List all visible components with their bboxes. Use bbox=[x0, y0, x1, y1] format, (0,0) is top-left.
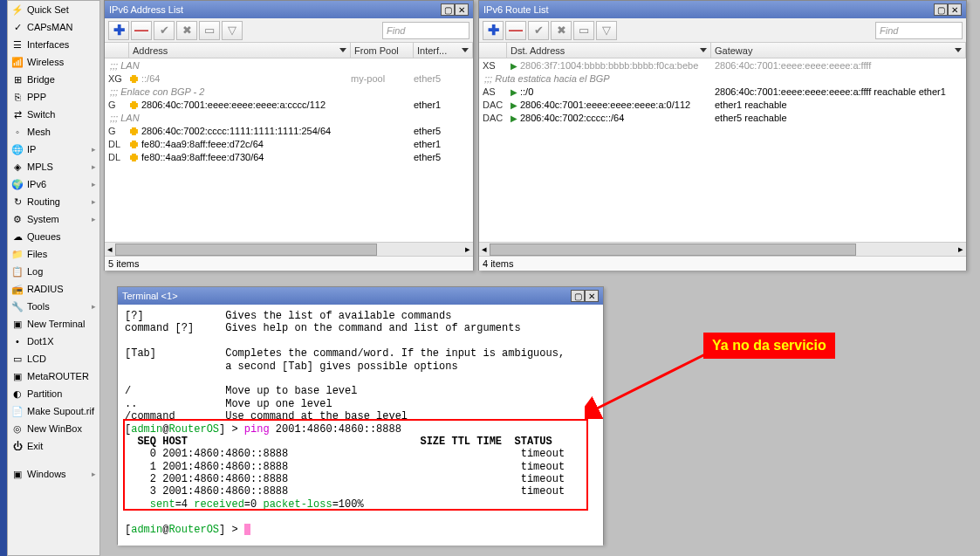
row-comment[interactable]: ;;; LAN bbox=[105, 58, 473, 72]
sidebar-item-bridge[interactable]: ⊞Bridge bbox=[8, 71, 99, 88]
cell-dst: ▶2806:40c:7002:cccc::/64 bbox=[507, 113, 711, 123]
menu-icon: ▣ bbox=[11, 318, 24, 330]
prompt-line: [admin@RouterOS] > ping 2001:4860:4860::… bbox=[125, 423, 596, 436]
close-button[interactable]: ✕ bbox=[585, 290, 599, 302]
table-row[interactable]: DL 🞧fe80::4aa9:8aff:feee:d72c/64 ether1 bbox=[105, 137, 473, 150]
minimize-button[interactable]: ▢ bbox=[934, 3, 948, 16]
add-button[interactable]: ✚ bbox=[108, 21, 129, 40]
sidebar-item-tools[interactable]: 🔧Tools▸ bbox=[8, 298, 99, 315]
row-comment[interactable]: ;;; Ruta estatica hacia el BGP bbox=[479, 72, 966, 85]
address-icon: 🞧 bbox=[129, 126, 139, 136]
address-icon: 🞧 bbox=[129, 73, 139, 84]
col-dst-address[interactable]: Dst. Address bbox=[507, 43, 711, 58]
sidebar-item-mpls[interactable]: ◈MPLS▸ bbox=[8, 158, 99, 175]
remove-button[interactable]: — bbox=[131, 21, 152, 40]
chevron-right-icon: ▸ bbox=[92, 180, 96, 189]
col-gateway[interactable]: Gateway bbox=[711, 43, 966, 58]
filter-button[interactable]: ▽ bbox=[596, 21, 617, 40]
sidebar-item-ip[interactable]: 🌐IP▸ bbox=[8, 141, 99, 158]
col-interface[interactable]: Interf... bbox=[414, 43, 473, 58]
sidebar-item-new-terminal[interactable]: ▣New Terminal bbox=[8, 315, 99, 333]
sidebar-item-metarouter[interactable]: ▣MetaROUTER bbox=[8, 367, 99, 385]
sidebar-item-windows[interactable]: ▣ Windows ▸ bbox=[8, 465, 99, 483]
terminal-output[interactable]: [?] Gives the list of available commands… bbox=[118, 305, 603, 546]
cell-flag: DAC bbox=[479, 100, 507, 110]
find-input[interactable]: Find bbox=[875, 22, 963, 39]
row-comment[interactable]: ;;; LAN bbox=[105, 111, 473, 124]
h-scrollbar[interactable]: ◂▸ bbox=[479, 242, 966, 256]
add-button[interactable]: ✚ bbox=[483, 21, 504, 40]
sidebar-item-label: Dot1X bbox=[27, 336, 54, 347]
menu-icon: ◎ bbox=[11, 422, 24, 435]
sidebar-item-label: Quick Set bbox=[27, 4, 69, 15]
sidebar-item-ipv6[interactable]: 🌍IPv6▸ bbox=[8, 175, 99, 193]
sidebar-item-capsman[interactable]: ✓CAPsMAN bbox=[8, 18, 99, 36]
close-button[interactable]: ✕ bbox=[948, 3, 962, 16]
titlebar[interactable]: Terminal <1> ▢ ✕ bbox=[118, 287, 603, 305]
sidebar-item-new-winbox[interactable]: ◎New WinBox bbox=[8, 420, 99, 437]
table-row[interactable]: XS ▶2806:3f7:1004:bbbb:bbbb:bbbb:f0ca:be… bbox=[479, 58, 966, 72]
cell-flag: G bbox=[105, 100, 126, 110]
sort-icon bbox=[700, 48, 707, 52]
table-row[interactable]: XG 🞧::/64 my-pool ether5 bbox=[105, 72, 473, 85]
sidebar-item-log[interactable]: 📋Log bbox=[8, 263, 99, 280]
comment-button[interactable]: ▭ bbox=[199, 21, 220, 40]
sidebar-item-make-supout-rif[interactable]: 📄Make Supout.rif bbox=[8, 402, 99, 420]
sidebar-item-switch[interactable]: ⇄Switch bbox=[8, 106, 99, 123]
find-input[interactable]: Find bbox=[382, 22, 469, 39]
sidebar-item-label: Tools bbox=[27, 301, 50, 312]
sidebar-item-routing[interactable]: ↻Routing▸ bbox=[8, 193, 99, 210]
sidebar-item-radius[interactable]: 📻RADIUS bbox=[8, 280, 99, 298]
sidebar-item-lcd[interactable]: ▭LCD bbox=[8, 350, 99, 367]
sidebar-item-label: New WinBox bbox=[27, 423, 82, 434]
sidebar-item-queues[interactable]: ☁Queues bbox=[8, 228, 99, 245]
cell-gw: ether5 reachable bbox=[711, 113, 966, 123]
address-icon: 🞧 bbox=[129, 139, 139, 149]
sidebar-item-mesh[interactable]: ◦Mesh bbox=[8, 123, 99, 141]
col-flags[interactable] bbox=[479, 43, 507, 58]
cell-flag: DL bbox=[105, 139, 126, 149]
table-row[interactable]: G 🞧2806:40c:7002:cccc:1111:1111:1111:254… bbox=[105, 124, 473, 137]
menu-icon: ⎘ bbox=[11, 91, 24, 103]
menu-icon: 📄 bbox=[11, 405, 24, 417]
col-flags[interactable] bbox=[105, 43, 129, 58]
enable-button[interactable]: ✔ bbox=[528, 21, 549, 40]
titlebar[interactable]: IPv6 Address List ▢ ✕ bbox=[105, 1, 473, 18]
remove-button[interactable]: — bbox=[505, 21, 526, 40]
disable-button[interactable]: ✖ bbox=[551, 21, 572, 40]
col-from-pool[interactable]: From Pool bbox=[351, 43, 414, 58]
comment-button[interactable]: ▭ bbox=[573, 21, 594, 40]
h-scrollbar[interactable]: ◂▸ bbox=[105, 242, 473, 256]
enable-button[interactable]: ✔ bbox=[154, 21, 175, 40]
table-row[interactable]: DL 🞧fe80::4aa9:8aff:feee:d730/64 ether5 bbox=[105, 150, 473, 163]
table-row[interactable]: DAC ▶2806:40c:7002:cccc::/64 ether5 reac… bbox=[479, 111, 966, 124]
route-icon: ▶ bbox=[511, 100, 517, 110]
table-row[interactable]: G 🞧2806:40c:7001:eeee:eeee:eeee:a:cccc/1… bbox=[105, 98, 473, 111]
filter-button[interactable]: ▽ bbox=[222, 21, 243, 40]
menu-icon: • bbox=[11, 335, 24, 347]
col-address[interactable]: Address bbox=[129, 43, 351, 58]
sidebar-item-exit[interactable]: ⏻Exit bbox=[8, 437, 99, 455]
ping-summary: sent=4 received=0 packet-loss=100% bbox=[125, 498, 596, 511]
table-header: Dst. Address Gateway bbox=[479, 43, 966, 58]
minimize-button[interactable]: ▢ bbox=[441, 3, 455, 16]
close-button[interactable]: ✕ bbox=[455, 3, 469, 16]
row-comment[interactable]: ;;; Enlace con BGP - 2 bbox=[105, 85, 473, 98]
minimize-button[interactable]: ▢ bbox=[571, 290, 585, 302]
svg-line-1 bbox=[593, 354, 707, 410]
table-row[interactable]: AS ▶::/0 2806:40c:7001:eeee:eeee:eeee:a:… bbox=[479, 85, 966, 98]
sidebar-item-dot1x[interactable]: •Dot1X bbox=[8, 333, 99, 350]
sidebar-item-quick-set[interactable]: ⚡Quick Set bbox=[8, 1, 99, 18]
disable-button[interactable]: ✖ bbox=[176, 21, 197, 40]
sidebar-item-partition[interactable]: ◐Partition bbox=[8, 385, 99, 402]
sidebar-item-interfaces[interactable]: ☰Interfaces bbox=[8, 36, 99, 53]
menu-icon: 📻 bbox=[11, 283, 24, 295]
titlebar[interactable]: IPv6 Route List ▢ ✕ bbox=[479, 1, 966, 18]
table-row[interactable]: DAC ▶2806:40c:7001:eeee:eeee:eeee:a:0/11… bbox=[479, 98, 966, 111]
menu-icon: 📁 bbox=[11, 248, 24, 260]
sidebar-item-ppp[interactable]: ⎘PPP bbox=[8, 88, 99, 106]
sidebar-item-wireless[interactable]: 📶Wireless bbox=[8, 53, 99, 71]
sidebar-item-files[interactable]: 📁Files bbox=[8, 245, 99, 263]
menu-icon: ↻ bbox=[11, 196, 24, 208]
sidebar-item-system[interactable]: ⚙System▸ bbox=[8, 210, 99, 228]
